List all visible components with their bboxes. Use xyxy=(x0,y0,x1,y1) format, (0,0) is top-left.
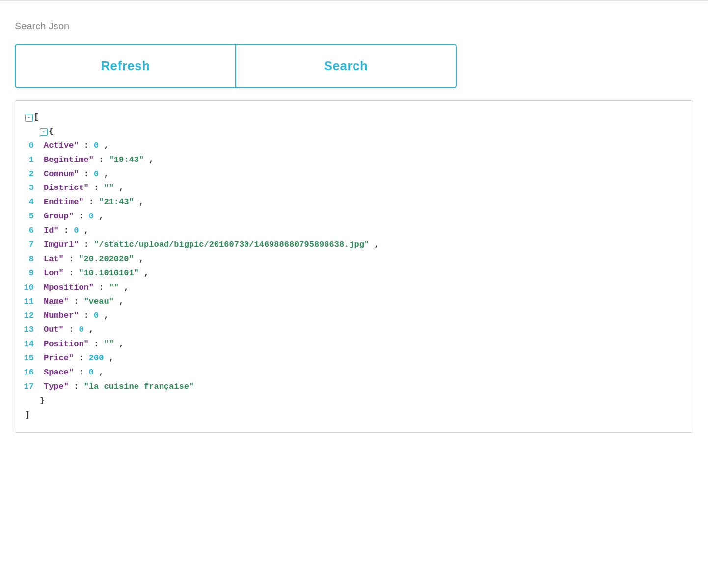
json-row: 12 Number" : 0 , xyxy=(20,309,683,323)
line-number: 16 xyxy=(20,366,44,380)
button-row: Refresh Search xyxy=(15,44,457,88)
line-number: 10 xyxy=(20,281,44,295)
json-row: 17 Type" : "la cuisine française" xyxy=(20,380,683,394)
collapse-object-btn[interactable]: - xyxy=(40,128,48,136)
json-array-close: ] xyxy=(20,408,683,423)
refresh-button[interactable]: Refresh xyxy=(15,44,236,88)
json-row: 7 Imgurl" : "/static/upload/bigpic/20160… xyxy=(20,238,683,252)
json-row: 10 Mposition" : "" , xyxy=(20,281,683,295)
line-number: 17 xyxy=(20,380,44,394)
json-row: 9 Lon" : "10.1010101" , xyxy=(20,267,683,281)
json-array-open: - [ xyxy=(20,110,683,125)
line-number: 4 xyxy=(20,195,44,210)
json-row: 13 Out" : 0 , xyxy=(20,323,683,337)
json-object-close: } xyxy=(20,394,683,408)
collapse-array-btn[interactable]: - xyxy=(25,114,33,122)
json-row: 15 Price" : 200 , xyxy=(20,351,683,366)
json-object-open: - { xyxy=(20,125,683,139)
line-number: 8 xyxy=(20,252,44,267)
line-number: 1 xyxy=(20,153,44,167)
json-row: 16 Space" : 0 , xyxy=(20,366,683,380)
line-number: 3 xyxy=(20,181,44,195)
line-number: 12 xyxy=(20,309,44,323)
line-number: 5 xyxy=(20,210,44,224)
json-row: 14 Position" : "" , xyxy=(20,337,683,351)
json-row: 2 Comnum" : 0 , xyxy=(20,167,683,182)
json-viewer: - [ - { 0 Active" : 0 , 1 Begintime" : "… xyxy=(15,100,693,433)
page-title: Search Json xyxy=(15,21,693,32)
json-row: 3 District" : "" , xyxy=(20,181,683,195)
json-row: 1 Begintime" : "19:43" , xyxy=(20,153,683,167)
json-row: 4 Endtime" : "21:43" , xyxy=(20,195,683,210)
line-number: 11 xyxy=(20,295,44,309)
json-row: 11 Name" : "veau" , xyxy=(20,295,683,309)
line-number: 6 xyxy=(20,224,44,238)
line-number: 0 xyxy=(20,139,44,153)
search-button[interactable]: Search xyxy=(236,44,457,88)
line-number: 14 xyxy=(20,337,44,351)
line-number: 2 xyxy=(20,167,44,182)
line-number: 13 xyxy=(20,323,44,337)
line-number: 15 xyxy=(20,351,44,366)
line-number: 9 xyxy=(20,267,44,281)
json-row: 0 Active" : 0 , xyxy=(20,139,683,153)
json-row: 5 Group" : 0 , xyxy=(20,210,683,224)
json-row: 8 Lat" : "20.202020" , xyxy=(20,252,683,267)
line-number: 7 xyxy=(20,238,44,252)
json-row: 6 Id" : 0 , xyxy=(20,224,683,238)
